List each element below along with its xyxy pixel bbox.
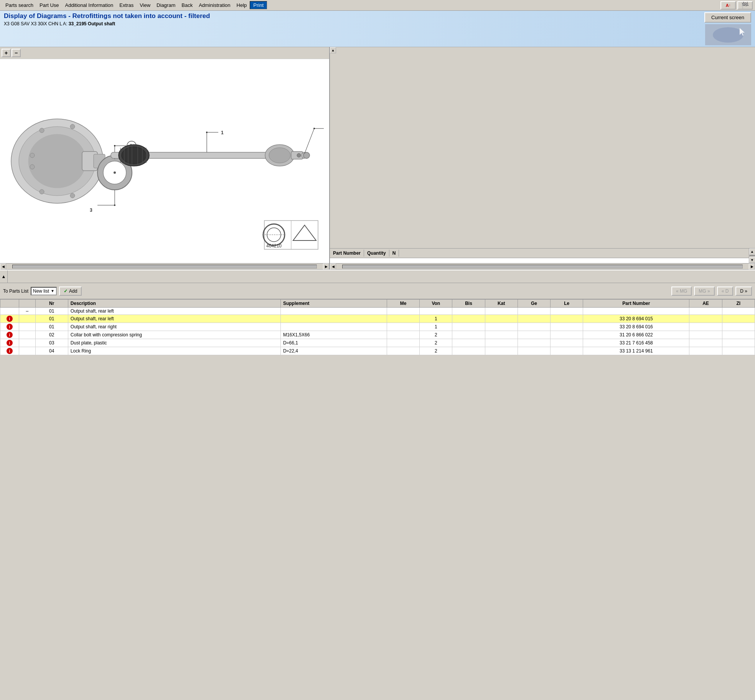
scroll-up-arrow[interactable]: ▲ xyxy=(749,249,755,255)
to-parts-list-label: To Parts List xyxy=(3,288,28,294)
row-description: Output shaft, rear right xyxy=(68,323,280,331)
row-zi xyxy=(722,347,755,355)
table-row[interactable]: i03Dust plate, plasticD=66,1233 21 7 616… xyxy=(0,339,755,347)
nav-next-d-button[interactable]: D » xyxy=(735,287,752,296)
row-bis xyxy=(452,308,485,315)
row-bis xyxy=(452,331,485,339)
row-ge xyxy=(518,339,550,347)
bottom-area xyxy=(0,355,755,386)
col-header-ge: Ge xyxy=(518,300,550,308)
new-list-select[interactable]: New list ▼ xyxy=(31,287,57,295)
menu-part-use[interactable]: Part Use xyxy=(36,2,62,9)
row-kat xyxy=(485,339,518,347)
svg-point-1 xyxy=(713,27,743,43)
row-bis xyxy=(452,315,485,323)
row-zi xyxy=(722,315,755,323)
nav-prev-d-button[interactable]: « D xyxy=(717,287,734,296)
right-scroll-track[interactable] xyxy=(342,265,743,268)
row-nr: 02 xyxy=(35,331,68,339)
row-dash-cell xyxy=(19,315,36,323)
row-zi xyxy=(722,323,755,331)
table-row[interactable]: i04Lock RingD=22,4233 13 1 214 961 xyxy=(0,347,755,355)
table-row[interactable]: i02Collar bolt with compression springM1… xyxy=(0,331,755,339)
table-row[interactable]: –01Output shaft, rear left xyxy=(0,308,755,315)
row-von: 1 xyxy=(420,315,452,323)
svg-point-7 xyxy=(28,134,86,188)
table-row[interactable]: i01Output shaft, rear left133 20 8 694 0… xyxy=(0,315,755,323)
row-dash-cell xyxy=(19,323,36,331)
scroll-down-arrow[interactable]: ▼ xyxy=(749,257,755,263)
info-icon[interactable]: i xyxy=(7,340,13,346)
row-kat xyxy=(485,331,518,339)
menu-print[interactable]: Print xyxy=(250,1,267,9)
col-header-bis: Bis xyxy=(452,300,485,308)
svg-point-41 xyxy=(297,153,301,157)
row-ge xyxy=(518,315,550,323)
header-logo xyxy=(705,24,751,45)
right-v-scrollbar[interactable]: ▲ ▼ xyxy=(749,249,755,263)
zoom-in-button[interactable]: + xyxy=(2,49,11,57)
info-icon[interactable]: i xyxy=(7,348,13,354)
right-h-scrollbar[interactable]: ◀ ▶ xyxy=(330,263,755,269)
menu-additional-info[interactable]: Additional Information xyxy=(62,2,117,9)
info-icon[interactable]: i xyxy=(7,316,13,322)
menu-extras[interactable]: Extras xyxy=(116,2,137,9)
row-info-cell: i xyxy=(0,315,19,323)
parts-toolbar: To Parts List New list ▼ ✓ Add « MG MG »… xyxy=(0,283,755,299)
menu-administration[interactable]: Administration xyxy=(196,2,233,9)
row-ae xyxy=(689,339,722,347)
row-ge xyxy=(518,347,550,355)
row-von: 2 xyxy=(420,347,452,355)
row-description: Dust plate, plastic xyxy=(68,339,280,347)
menu-diagram[interactable]: Diagram xyxy=(153,2,178,9)
row-description: Output shaft, rear left xyxy=(68,308,280,315)
info-icon[interactable]: i xyxy=(7,332,13,338)
menu-back[interactable]: Back xyxy=(178,2,196,9)
scroll-right-arrow[interactable]: ▶ xyxy=(323,264,329,270)
add-button[interactable]: ✓ Add xyxy=(59,287,82,296)
nav-prev-mg-button[interactable]: « MG xyxy=(671,287,692,296)
diagram-h-scrollbar[interactable]: ◀ ▶ xyxy=(0,263,329,269)
col-header-le: Le xyxy=(551,300,583,308)
row-ae xyxy=(689,315,722,323)
zoom-out-button[interactable]: − xyxy=(12,49,21,57)
right-scroll-left[interactable]: ◀ xyxy=(330,264,336,270)
diagram-area: 3 4 xyxy=(0,59,329,263)
row-dash-cell xyxy=(19,339,36,347)
header-subtitle: X3 G08 SAV X3 30iX CHN L A: 33_2195 Outp… xyxy=(4,21,704,26)
col-header-zi: ZI xyxy=(722,300,755,308)
col-header-nr: Nr xyxy=(35,300,68,308)
row-von: 2 xyxy=(420,339,452,347)
menu-parts-search[interactable]: Parts search xyxy=(2,2,36,9)
nav-next-mg-button[interactable]: MG » xyxy=(694,287,714,296)
toolbar-flag-button[interactable]: 🏁 xyxy=(737,1,753,10)
col-header-indicator xyxy=(0,300,19,308)
table-row[interactable]: i01Output shaft, rear right133 20 8 694 … xyxy=(0,323,755,331)
row-le xyxy=(551,331,583,339)
row-info-cell: i xyxy=(0,347,19,355)
row-bis xyxy=(452,347,485,355)
menu-view[interactable]: View xyxy=(137,2,153,9)
col-header-ae: AE xyxy=(689,300,722,308)
row-me xyxy=(387,347,419,355)
toolbar-icon-a-button[interactable]: A↑ xyxy=(720,1,736,10)
main-content: + − xyxy=(0,47,755,270)
new-list-label: New list xyxy=(33,288,49,294)
collapse-handle[interactable]: ▲ xyxy=(330,47,336,53)
col-header-part-number: Part Number xyxy=(583,300,689,308)
current-screen-button[interactable]: Current screen xyxy=(704,12,751,23)
svg-point-22 xyxy=(114,171,116,174)
menu-help[interactable]: Help xyxy=(234,2,250,9)
row-supplement xyxy=(280,308,387,315)
parts-collapse-handle[interactable]: ▲ xyxy=(0,270,8,283)
right-scroll-right[interactable]: ▶ xyxy=(749,264,755,270)
info-icon[interactable]: i xyxy=(7,324,13,330)
row-ae xyxy=(689,323,722,331)
scroll-left-arrow[interactable]: ◀ xyxy=(0,264,6,270)
scroll-v-track[interactable] xyxy=(750,255,755,256)
scroll-track[interactable] xyxy=(12,265,317,268)
row-le xyxy=(551,323,583,331)
row-ae xyxy=(689,308,722,315)
header-title: Display of Diagrams - Retrofittings not … xyxy=(4,12,704,20)
row-bis xyxy=(452,323,485,331)
